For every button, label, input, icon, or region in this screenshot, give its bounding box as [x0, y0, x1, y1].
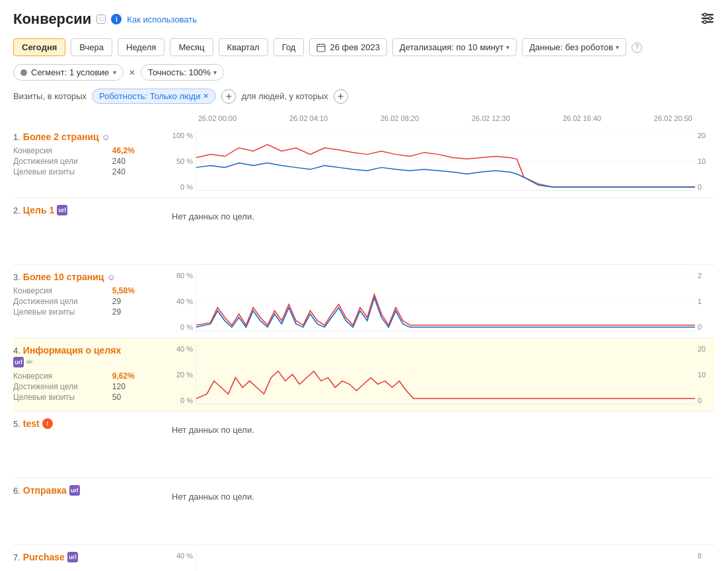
goal-icon-1: ☺: [102, 132, 110, 142]
svg-point-3: [704, 13, 706, 16]
page-container: Конверсии □ i Как использовать Сегодня В…: [0, 0, 728, 571]
goal-title-row-5: 5. test !: [13, 418, 164, 429]
goal-title-5[interactable]: test: [23, 418, 40, 429]
filter-tag-close[interactable]: ✕: [203, 92, 209, 100]
stat-label-conv-4: Конверсия: [13, 371, 107, 381]
filter-tag[interactable]: Роботность: Только люди ✕: [92, 89, 216, 104]
detail-chevron: ▾: [506, 44, 509, 51]
stat-value-conv-3: 5,58%: [112, 286, 164, 295]
goal-number-3: 3.: [13, 272, 20, 282]
goal-title-6[interactable]: Отправка: [23, 485, 67, 496]
goal-badge-7: url: [67, 552, 78, 562]
goal-title-row-7: 7. Purchase url: [13, 552, 164, 562]
goal-chart-6: Нет данных по цели.: [172, 485, 715, 538]
header-left: Конверсии □ i Как использовать: [13, 11, 197, 28]
date-picker[interactable]: 26 фев 2023: [309, 38, 386, 56]
goal-info-4: 4. Информация о целях url ✏ Конверсия 9,…: [13, 345, 172, 404]
segment-close[interactable]: ✕: [129, 68, 135, 77]
segment-chevron: ▾: [113, 69, 116, 76]
stat-value-conv-1: 46,2%: [112, 146, 164, 155]
goal-info-3: 3. Более 10 страниц ☺ Конверсия 5,58% До…: [13, 272, 172, 331]
goal-chart-1: 100 % 50 % 0 %: [172, 132, 715, 191]
data-filter-info-icon[interactable]: ?: [632, 42, 642, 53]
segment-pill[interactable]: Сегмент: 1 условие ▾: [13, 64, 124, 81]
stat-label-conv-1: Конверсия: [13, 146, 107, 155]
goal-info-7: 7. Purchase url: [13, 552, 172, 571]
goal-row-2: 2. Цель 1 url Нет данных по цели.: [13, 198, 715, 265]
goal-badges-4: url ✏: [13, 357, 164, 367]
goal-title-7[interactable]: Purchase: [23, 552, 65, 562]
goal-chart-2: Нет данных по цели.: [172, 205, 715, 258]
goal-badge-2: url: [57, 205, 67, 215]
time-label-1: 26.02 04:10: [289, 114, 328, 122]
no-data-5: Нет данных по цели.: [172, 418, 715, 435]
goal-warn-badge-5: !: [42, 418, 53, 429]
tab-today[interactable]: Сегодня: [13, 38, 65, 56]
goal-icon-3: ☺: [106, 272, 115, 282]
goal-number-1: 1.: [13, 132, 20, 142]
goal-badge-4: url: [13, 357, 24, 367]
tab-year[interactable]: Год: [273, 38, 305, 56]
goal-title-row-3: 3. Более 10 страниц ☺: [13, 272, 164, 282]
tab-week[interactable]: Неделя: [118, 38, 164, 56]
goal-chart-7: 40 % 8: [172, 552, 715, 571]
header: Конверсии □ i Как использовать: [13, 11, 715, 28]
goals-container: 1. Более 2 страниц ☺ Конверсия 46,2% Дос…: [13, 125, 715, 571]
goal-row-4: 4. Информация о целях url ✏ Конверсия 9,…: [13, 338, 715, 412]
header-info-icon[interactable]: i: [111, 14, 122, 24]
add-filter-button-1[interactable]: +: [221, 89, 236, 104]
goal-title-3[interactable]: Более 10 страниц: [23, 272, 104, 282]
pencil-icon-4[interactable]: ✏: [26, 358, 33, 367]
add-filter-button-2[interactable]: +: [334, 89, 348, 104]
stat-value-vis-3: 29: [112, 307, 164, 317]
goal-title-row-2: 2. Цель 1 url: [13, 205, 164, 215]
title-info-icon: □: [96, 15, 106, 24]
goal-chart-3: 80 % 40 % 0 %: [172, 272, 715, 331]
filter-tag-label: Роботность: Только люди: [99, 91, 200, 101]
goal-title-1[interactable]: Более 2 страниц: [23, 132, 99, 142]
data-filter-select[interactable]: Данные: без роботов ▾: [522, 38, 626, 56]
goal-stats-1: Конверсия 46,2% Достижения цели 240 Целе…: [13, 146, 164, 176]
filter-suffix: для людей, у которых: [241, 91, 328, 101]
goal-row-1: 1. Более 2 страниц ☺ Конверсия 46,2% Дос…: [13, 125, 715, 198]
time-label-0: 26.02 00:00: [198, 114, 237, 122]
accuracy-pill[interactable]: Точность: 100% ▾: [141, 64, 224, 81]
detail-label: Детализация: по 10 минут: [400, 42, 503, 52]
goal-number-4: 4.: [13, 346, 20, 356]
stat-value-ach-1: 240: [112, 157, 164, 166]
goal-row-5: 5. test ! Нет данных по цели.: [13, 412, 715, 478]
goal-info-6: 6. Отправка url: [13, 485, 172, 538]
goal-title-2[interactable]: Цель 1: [23, 205, 54, 215]
chart-area-7: [196, 552, 695, 571]
settings-button[interactable]: [700, 11, 715, 28]
time-axis: 26.02 00:00 26.02 04:10 26.02 08:20 26.0…: [13, 114, 715, 122]
time-label-5: 26.02 20:50: [654, 114, 692, 122]
how-to-link[interactable]: Как использовать: [127, 15, 197, 24]
calendar-icon: [316, 43, 326, 52]
stat-label-vis-4: Целевые визиты: [13, 393, 107, 402]
goal-badge-6: url: [69, 485, 80, 496]
chart-area-1: [196, 132, 695, 191]
tab-yesterday[interactable]: Вчера: [71, 38, 112, 56]
accuracy-label: Точность: 100%: [148, 67, 211, 77]
goal-title-4[interactable]: Информация о целях: [23, 345, 121, 356]
goal-number-2: 2.: [13, 206, 20, 215]
goal-number-6: 6.: [13, 486, 20, 496]
goal-chart-5: Нет данных по цели.: [172, 418, 715, 471]
y-axis-right-3: 2 1 0: [695, 272, 715, 331]
time-label-2: 26.02 08:20: [381, 114, 419, 122]
y-axis-right-4: 20 10 0: [695, 345, 715, 404]
stat-value-vis-4: 50: [112, 393, 164, 402]
no-data-2: Нет данных по цели.: [172, 205, 715, 221]
segment-label: Сегмент: 1 условие: [31, 67, 109, 77]
detail-select[interactable]: Детализация: по 10 минут ▾: [392, 38, 517, 56]
tab-quarter[interactable]: Квартал: [219, 38, 268, 56]
stat-label-conv-3: Конверсия: [13, 286, 107, 295]
goal-chart-4: 40 % 20 % 0 % 20: [172, 345, 715, 404]
goal-number-7: 7.: [13, 552, 20, 562]
goal-title-row-1: 1. Более 2 страниц ☺: [13, 132, 164, 142]
filter-prefix: Визиты, в которых: [13, 91, 87, 101]
time-label-3: 26.02 12:30: [472, 114, 510, 122]
tab-month[interactable]: Месяц: [170, 38, 213, 56]
stat-label-ach-4: Достижения цели: [13, 382, 107, 391]
